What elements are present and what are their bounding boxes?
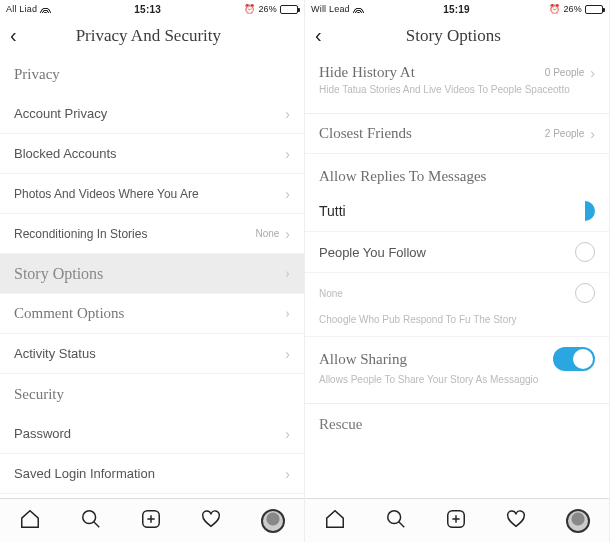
alarm-icon: ⏰ — [244, 4, 255, 14]
svg-point-0 — [82, 510, 95, 523]
row-closest-friends[interactable]: Closest Friends 2 People › — [305, 114, 609, 154]
row-security: Security — [0, 374, 304, 414]
row-allow-sharing[interactable]: Allow Sharing Allows People To Share You… — [305, 337, 609, 396]
header: ‹ Story Options — [305, 18, 609, 54]
header: ‹ Privacy And Security — [0, 18, 304, 54]
tab-bar — [305, 498, 609, 542]
page-title: Story Options — [322, 26, 585, 46]
radio-icon — [575, 242, 595, 262]
battery-label: 26% — [258, 4, 277, 14]
chevron-right-icon: › — [285, 266, 290, 282]
battery-label: 26% — [563, 4, 582, 14]
clock: 15:19 — [364, 4, 549, 15]
replies-helper: Choogle Who Pub Respond To Fu The Story — [305, 313, 609, 337]
tab-search[interactable] — [80, 508, 102, 534]
row-comment-options[interactable]: Comment Options › — [0, 294, 304, 334]
row-hide-history[interactable]: Hide History At 0 People › Hide Tatua St… — [305, 54, 609, 106]
screen-privacy: All Liad 15:13 ⏰ 26% ‹ Privacy And Secur… — [0, 0, 305, 542]
row-photos-videos[interactable]: Photos And Videos Where You Are › — [0, 174, 304, 214]
row-reconditioning[interactable]: Reconditioning In Stories None › — [0, 214, 304, 254]
row-privacy: Privacy — [0, 54, 304, 94]
avatar-icon — [261, 509, 285, 533]
chevron-right-icon: › — [590, 65, 595, 81]
radio-selected-icon — [585, 201, 595, 221]
row-password[interactable]: Password › — [0, 414, 304, 454]
story-options-list: Hide History At 0 People › Hide Tatua St… — [305, 54, 609, 542]
radio-replies-none[interactable]: None — [305, 273, 609, 313]
tab-profile[interactable] — [261, 509, 285, 533]
status-bar: Will Lead 15:19 ⏰ 26% — [305, 0, 609, 18]
battery-icon — [585, 5, 603, 14]
tab-profile[interactable] — [566, 509, 590, 533]
svg-point-2 — [387, 510, 400, 523]
clock: 15:13 — [51, 4, 244, 15]
radio-replies-all[interactable]: Tutti — [305, 191, 609, 232]
row-account-privacy[interactable]: Account Privacy › — [0, 94, 304, 134]
tab-activity[interactable] — [505, 508, 527, 534]
tab-add[interactable] — [445, 508, 467, 534]
wifi-icon — [353, 5, 364, 13]
tab-bar — [0, 498, 304, 542]
settings-list: Privacy Account Privacy › Blocked Accoun… — [0, 54, 304, 542]
chevron-right-icon: › — [285, 466, 290, 482]
carrier-label: Will Lead — [311, 4, 350, 14]
tab-activity[interactable] — [200, 508, 222, 534]
chevron-right-icon: › — [590, 126, 595, 142]
tab-search[interactable] — [385, 508, 407, 534]
tab-home[interactable] — [19, 508, 41, 534]
chevron-right-icon: › — [285, 306, 290, 322]
chevron-right-icon: › — [285, 426, 290, 442]
chevron-right-icon: › — [285, 186, 290, 202]
chevron-right-icon: › — [285, 106, 290, 122]
status-bar: All Liad 15:13 ⏰ 26% — [0, 0, 304, 18]
chevron-right-icon: › — [285, 226, 290, 242]
tab-add[interactable] — [140, 508, 162, 534]
avatar-icon — [566, 509, 590, 533]
wifi-icon — [40, 5, 51, 13]
row-activity-status[interactable]: Activity Status › — [0, 334, 304, 374]
tab-home[interactable] — [324, 508, 346, 534]
carrier-label: All Liad — [6, 4, 37, 14]
row-rescue: Rescue — [305, 404, 609, 444]
toggle-on-icon[interactable] — [553, 347, 595, 371]
chevron-right-icon: › — [285, 146, 290, 162]
radio-icon — [575, 283, 595, 303]
screen-story-options: Will Lead 15:19 ⏰ 26% ‹ Story Options Hi… — [305, 0, 610, 542]
radio-replies-follow[interactable]: People You Follow — [305, 232, 609, 273]
row-saved-login[interactable]: Saved Login Information › — [0, 454, 304, 494]
row-story-options[interactable]: Story Options › — [0, 254, 304, 294]
battery-icon — [280, 5, 298, 14]
row-blocked-accounts[interactable]: Blocked Accounts › — [0, 134, 304, 174]
section-allow-replies: Allow Replies To Messages — [305, 154, 609, 191]
chevron-right-icon: › — [285, 346, 290, 362]
alarm-icon: ⏰ — [549, 4, 560, 14]
page-title: Privacy And Security — [17, 26, 280, 46]
